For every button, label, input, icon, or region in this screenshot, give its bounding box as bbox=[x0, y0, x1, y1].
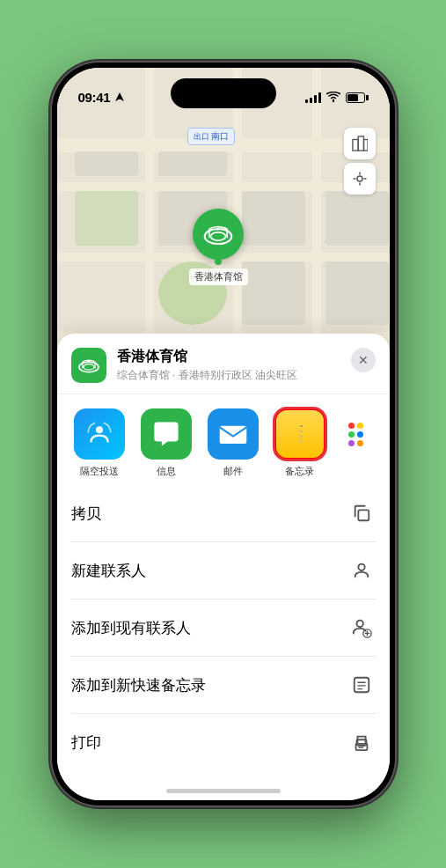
svg-rect-1 bbox=[358, 136, 363, 151]
action-print[interactable]: 打印 bbox=[71, 714, 376, 770]
app-item-messages[interactable]: 信息 bbox=[138, 408, 194, 478]
action-new-contact-label: 新建联系人 bbox=[71, 561, 146, 581]
location-card: 香港体育馆 综合体育馆 · 香港特别行政区 油尖旺区 ✕ bbox=[57, 334, 390, 394]
more-icon bbox=[339, 408, 374, 460]
messages-label: 信息 bbox=[157, 465, 176, 478]
svg-point-22 bbox=[356, 621, 362, 627]
notes-label: 备忘录 bbox=[285, 465, 314, 478]
notes-icon bbox=[274, 408, 325, 460]
map-controls bbox=[344, 128, 376, 195]
svg-rect-0 bbox=[352, 140, 357, 151]
svg-point-12 bbox=[216, 227, 219, 230]
pin-circle bbox=[193, 209, 244, 260]
svg-point-17 bbox=[87, 360, 90, 363]
svg-rect-19 bbox=[219, 426, 246, 444]
location-info: 香港体育馆 综合体育馆 · 香港特别行政区 油尖旺区 bbox=[117, 348, 340, 383]
location-icon bbox=[115, 92, 124, 103]
mail-icon bbox=[208, 408, 259, 460]
location-name: 香港体育馆 bbox=[117, 348, 340, 366]
action-print-label: 打印 bbox=[71, 732, 101, 753]
copy-icon bbox=[347, 499, 376, 527]
phone-screen: 09:41 bbox=[57, 68, 390, 800]
mail-label: 邮件 bbox=[223, 465, 243, 478]
apps-container: 隔空投送 信息 bbox=[71, 408, 376, 478]
home-indicator bbox=[166, 789, 281, 793]
stadium-icon bbox=[203, 222, 233, 246]
app-item-mail[interactable]: 邮件 bbox=[205, 408, 261, 478]
new-contact-icon bbox=[347, 556, 376, 585]
location-button[interactable] bbox=[344, 163, 376, 195]
wifi-icon bbox=[326, 91, 340, 105]
action-copy[interactable]: 拷贝 bbox=[71, 485, 376, 542]
app-item-notes[interactable]: 备忘录 bbox=[272, 408, 328, 478]
battery-icon bbox=[346, 92, 369, 103]
location-card-icon bbox=[71, 348, 106, 383]
map-type-button[interactable] bbox=[344, 128, 376, 159]
map-exit-label: 出口 南口 bbox=[187, 128, 236, 145]
action-new-contact[interactable]: 新建联系人 bbox=[71, 542, 376, 600]
svg-point-21 bbox=[358, 564, 364, 570]
status-icons bbox=[305, 91, 369, 105]
action-list: 拷贝 新建联系人 bbox=[57, 485, 390, 770]
status-time: 09:41 bbox=[78, 90, 111, 105]
pin-label: 香港体育馆 bbox=[189, 268, 248, 285]
svg-point-14 bbox=[84, 364, 94, 371]
svg-point-3 bbox=[357, 176, 362, 181]
location-description: 综合体育馆 · 香港特别行政区 油尖旺区 bbox=[117, 368, 340, 383]
action-copy-label: 拷贝 bbox=[71, 504, 101, 524]
close-button[interactable]: ✕ bbox=[351, 348, 376, 372]
stadium-pin[interactable]: 香港体育馆 bbox=[189, 209, 248, 285]
svg-point-9 bbox=[211, 232, 226, 240]
action-quick-note-label: 添加到新快速备忘录 bbox=[71, 675, 206, 695]
bottom-sheet: 香港体育馆 综合体育馆 · 香港特别行政区 油尖旺区 ✕ bbox=[57, 334, 390, 800]
svg-rect-20 bbox=[358, 510, 369, 520]
quick-note-icon bbox=[347, 671, 376, 699]
add-contact-icon bbox=[347, 614, 376, 642]
messages-icon bbox=[141, 408, 192, 460]
airdrop-icon bbox=[74, 408, 125, 460]
airdrop-label: 隔空投送 bbox=[80, 465, 119, 478]
apps-row: 隔空投送 信息 bbox=[57, 394, 390, 485]
dynamic-island bbox=[171, 78, 276, 108]
action-add-existing-contact[interactable]: 添加到现有联系人 bbox=[71, 600, 376, 657]
signal-icon bbox=[305, 92, 321, 103]
svg-rect-26 bbox=[354, 678, 369, 693]
svg-point-18 bbox=[96, 426, 103, 433]
app-item-airdrop[interactable]: 隔空投送 bbox=[71, 408, 128, 478]
svg-rect-2 bbox=[363, 140, 368, 151]
action-add-quick-note[interactable]: 添加到新快速备忘录 bbox=[71, 657, 376, 714]
print-icon bbox=[347, 728, 376, 756]
action-add-existing-label: 添加到现有联系人 bbox=[71, 618, 191, 638]
app-item-more[interactable] bbox=[339, 408, 374, 460]
phone-frame: 09:41 bbox=[52, 63, 395, 805]
